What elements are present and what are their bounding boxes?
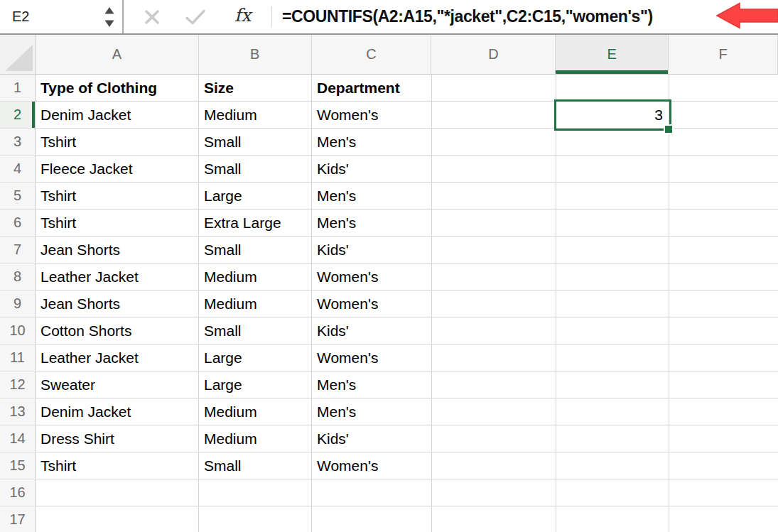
cell-E14[interactable] [556, 425, 669, 452]
cell-F14[interactable] [669, 425, 778, 452]
cell-C14[interactable]: Kids' [312, 425, 432, 452]
cell-C1[interactable]: Department [312, 75, 432, 102]
cell-F4[interactable] [669, 156, 778, 183]
row-header-6[interactable]: 6 [0, 210, 36, 237]
cell-E5[interactable] [556, 183, 669, 210]
cell-E8[interactable] [556, 264, 669, 291]
enter-checkmark-icon[interactable] [185, 9, 206, 25]
cell-B8[interactable]: Medium [199, 264, 312, 291]
cell-F11[interactable] [669, 344, 778, 371]
cell-D4[interactable] [432, 156, 556, 183]
cell-F15[interactable] [669, 452, 778, 479]
row-header-14[interactable]: 14 [0, 425, 36, 452]
column-header-F[interactable]: F [669, 35, 778, 74]
cell-B11[interactable]: Large [199, 344, 312, 371]
cell-C10[interactable]: Kids' [312, 317, 432, 344]
row-header-17[interactable]: 17 [0, 506, 36, 532]
row-header-9[interactable]: 9 [0, 291, 36, 317]
cell-D8[interactable] [432, 264, 556, 291]
cell-D15[interactable] [432, 452, 556, 479]
row-header-11[interactable]: 11 [0, 344, 36, 371]
cell-F10[interactable] [669, 317, 778, 344]
cell-B17[interactable] [199, 506, 312, 532]
row-header-13[interactable]: 13 [0, 398, 36, 425]
cell-A15[interactable]: Tshirt [36, 452, 199, 479]
cell-B16[interactable] [199, 479, 312, 506]
cell-B10[interactable]: Small [199, 317, 312, 344]
cell-F16[interactable] [669, 479, 778, 506]
cell-A9[interactable]: Jean Shorts [36, 291, 199, 317]
cell-A13[interactable]: Denim Jacket [36, 398, 199, 425]
cell-C4[interactable]: Kids' [312, 156, 432, 183]
cell-C11[interactable]: Women's [312, 344, 432, 371]
cell-C7[interactable]: Kids' [312, 237, 432, 264]
cell-E16[interactable] [556, 479, 669, 506]
row-header-2[interactable]: 2 [0, 102, 36, 129]
cell-B1[interactable]: Size [199, 75, 312, 102]
cell-A14[interactable]: Dress Shirt [36, 425, 199, 452]
cell-C13[interactable]: Men's [312, 398, 432, 425]
cell-E11[interactable] [556, 344, 669, 371]
cell-F3[interactable] [669, 129, 778, 156]
cell-D11[interactable] [432, 344, 556, 371]
cell-E3[interactable] [556, 129, 669, 156]
cell-E4[interactable] [556, 156, 669, 183]
cell-A1[interactable]: Type of Clothing [36, 75, 199, 102]
row-header-5[interactable]: 5 [0, 183, 36, 210]
column-header-A[interactable]: A [36, 35, 199, 74]
cell-D13[interactable] [432, 398, 556, 425]
formula-input[interactable]: =COUNTIFS(A2:A15,"*jacket",C2:C15,"women… [282, 0, 653, 33]
column-header-D[interactable]: D [431, 35, 556, 74]
insert-function-icon[interactable]: fx [234, 5, 251, 26]
cell-B12[interactable]: Large [199, 371, 312, 398]
cell-D2[interactable] [432, 102, 556, 129]
cell-E7[interactable] [556, 237, 669, 264]
cell-D7[interactable] [432, 237, 556, 264]
cell-F5[interactable] [669, 183, 778, 210]
cell-F12[interactable] [669, 371, 778, 398]
cell-A16[interactable] [36, 479, 199, 506]
cell-B5[interactable]: Large [199, 183, 312, 210]
cell-A3[interactable]: Tshirt [36, 129, 199, 156]
cell-D12[interactable] [432, 371, 556, 398]
cell-C9[interactable]: Women's [312, 291, 432, 317]
cell-D17[interactable] [432, 506, 556, 532]
cell-F13[interactable] [669, 398, 778, 425]
cell-B2[interactable]: Medium [199, 102, 312, 129]
row-header-7[interactable]: 7 [0, 237, 36, 264]
cell-E13[interactable] [556, 398, 669, 425]
row-header-10[interactable]: 10 [0, 317, 36, 344]
cell-D16[interactable] [432, 479, 556, 506]
cell-B9[interactable]: Medium [199, 291, 312, 317]
cell-A7[interactable]: Jean Shorts [36, 237, 199, 264]
cell-B14[interactable]: Medium [199, 425, 312, 452]
cell-B4[interactable]: Small [199, 156, 312, 183]
cell-E10[interactable] [556, 317, 669, 344]
cell-D10[interactable] [432, 317, 556, 344]
cell-C8[interactable]: Women's [312, 264, 432, 291]
row-header-15[interactable]: 15 [0, 452, 36, 479]
cell-C12[interactable]: Men's [312, 371, 432, 398]
row-header-16[interactable]: 16 [0, 479, 36, 506]
cell-A6[interactable]: Tshirt [36, 210, 199, 237]
row-header-8[interactable]: 8 [0, 264, 36, 291]
cell-E1[interactable] [556, 75, 669, 102]
cell-C6[interactable]: Men's [312, 210, 432, 237]
cell-E12[interactable] [556, 371, 669, 398]
cell-F17[interactable] [669, 506, 778, 532]
row-header-3[interactable]: 3 [0, 129, 36, 156]
cell-A4[interactable]: Fleece Jacket [36, 156, 199, 183]
row-header-12[interactable]: 12 [0, 371, 36, 398]
cell-F8[interactable] [669, 264, 778, 291]
cell-A8[interactable]: Leather Jacket [36, 264, 199, 291]
cell-E15[interactable] [556, 452, 669, 479]
cell-E2[interactable]: 3 [556, 102, 669, 129]
row-header-4[interactable]: 4 [0, 156, 36, 183]
fill-handle[interactable] [665, 126, 672, 133]
cell-F6[interactable] [669, 210, 778, 237]
cell-B7[interactable]: Small [199, 237, 312, 264]
cell-A5[interactable]: Tshirt [36, 183, 199, 210]
cell-C5[interactable]: Men's [312, 183, 432, 210]
cell-B13[interactable]: Medium [199, 398, 312, 425]
name-box[interactable]: E2 [12, 0, 29, 33]
